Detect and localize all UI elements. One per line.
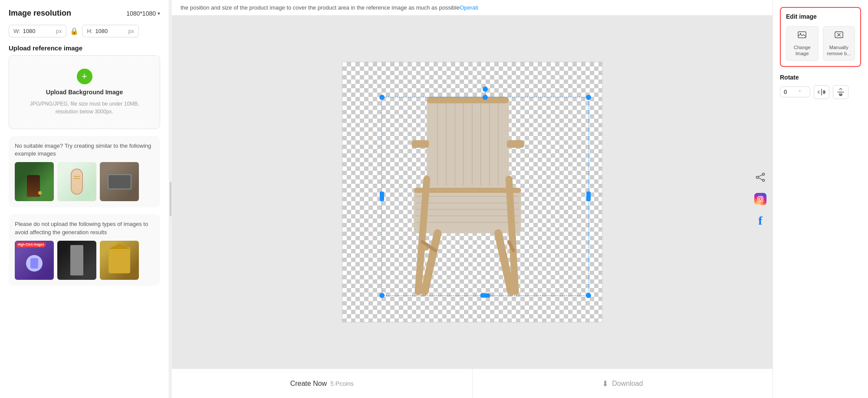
width-label: W: bbox=[13, 28, 20, 34]
share-icon bbox=[756, 172, 765, 182]
remove-bg-label: Manually remove b... bbox=[825, 44, 853, 57]
svg-line-36 bbox=[758, 175, 762, 177]
svg-point-34 bbox=[756, 176, 759, 179]
edit-image-title: Edit image bbox=[786, 13, 855, 20]
warning-image-2[interactable] bbox=[57, 241, 96, 280]
change-image-icon bbox=[797, 30, 807, 42]
width-input[interactable] bbox=[23, 28, 53, 34]
svg-line-19 bbox=[424, 233, 437, 292]
svg-point-40 bbox=[762, 197, 763, 198]
dimension-inputs: W: px 🔒 H: px bbox=[9, 25, 160, 37]
instagram-icon bbox=[754, 193, 766, 205]
flip-h-icon bbox=[818, 88, 825, 96]
rotate-controls: ° bbox=[780, 85, 861, 99]
pcoins-label: 5 Pcoins bbox=[330, 380, 354, 387]
svg-rect-31 bbox=[839, 89, 842, 91]
svg-rect-38 bbox=[758, 196, 763, 202]
rotate-input-wrap: ° bbox=[780, 86, 810, 97]
upload-title: Upload Background Image bbox=[46, 89, 123, 96]
download-icon: ⬇ bbox=[602, 379, 608, 388]
svg-rect-10 bbox=[411, 140, 429, 148]
rotate-input[interactable] bbox=[784, 89, 797, 95]
lock-icon[interactable]: 🔒 bbox=[70, 27, 79, 35]
height-input[interactable] bbox=[95, 28, 125, 34]
download-label: Download bbox=[612, 380, 643, 388]
share-button[interactable] bbox=[753, 169, 768, 185]
create-now-button[interactable]: Create Now 5 Pcoins bbox=[172, 369, 473, 398]
change-image-label: Change Image bbox=[788, 44, 816, 57]
facebook-button[interactable]: f bbox=[753, 213, 768, 229]
height-unit: px bbox=[128, 28, 134, 34]
warning-image-3[interactable] bbox=[100, 241, 139, 280]
svg-line-37 bbox=[758, 178, 762, 180]
instagram-button[interactable] bbox=[753, 191, 768, 207]
svg-rect-29 bbox=[818, 90, 820, 94]
instruction-bar: the position and size of the product ima… bbox=[172, 0, 773, 16]
example-image-1[interactable] bbox=[15, 162, 54, 201]
height-label: H: bbox=[87, 28, 92, 34]
facebook-icon: f bbox=[758, 215, 762, 227]
svg-point-39 bbox=[759, 198, 762, 200]
upload-plus-icon: + bbox=[77, 69, 92, 84]
edit-image-section: Edit image Change Image bbox=[780, 7, 861, 67]
remove-bg-button[interactable]: Manually remove b... bbox=[823, 26, 855, 61]
left-sidebar: Image resolution 1080*1080 ▾ W: px 🔒 H: … bbox=[0, 0, 169, 398]
svg-point-33 bbox=[763, 173, 765, 176]
example-text: No suitable image? Try creating similar … bbox=[15, 142, 154, 158]
remove-bg-icon bbox=[834, 30, 844, 42]
width-unit: px bbox=[56, 28, 62, 34]
svg-rect-18 bbox=[414, 188, 521, 193]
resolution-selector[interactable]: 1080*1080 ▾ bbox=[126, 10, 160, 17]
svg-rect-0 bbox=[427, 97, 509, 188]
resolution-title: Image resolution bbox=[9, 9, 71, 18]
warning-text: Please do not upload the following types… bbox=[15, 220, 154, 236]
main-canvas-area: the position and size of the product ima… bbox=[172, 0, 773, 398]
rotate-title: Rotate bbox=[780, 74, 861, 81]
svg-rect-32 bbox=[839, 93, 842, 96]
change-image-button[interactable]: Change Image bbox=[786, 26, 819, 61]
right-panel: Edit image Change Image bbox=[773, 0, 868, 398]
upload-section: Upload reference image + Upload Backgrou… bbox=[9, 44, 160, 129]
height-input-wrap: H: px bbox=[82, 25, 139, 37]
example-image-2[interactable] bbox=[57, 162, 96, 201]
bottom-bar: Create Now 5 Pcoins ⬇ Download bbox=[172, 368, 773, 398]
svg-rect-11 bbox=[507, 140, 524, 148]
warning-images: High-Click Images High-Click Images bbox=[15, 241, 154, 280]
instruction-link[interactable]: Operati bbox=[460, 4, 478, 11]
resolution-value: 1080*1080 bbox=[126, 10, 156, 17]
instruction-text: the position and size of the product ima… bbox=[181, 4, 460, 11]
upload-subtitle: JPG/PNG/JPEG, file size must be under 10… bbox=[18, 100, 151, 116]
flip-horizontal-button[interactable] bbox=[814, 85, 829, 99]
width-input-wrap: W: px bbox=[9, 25, 66, 37]
rotate-section: Rotate ° bbox=[780, 74, 861, 99]
svg-rect-30 bbox=[823, 90, 825, 94]
warning-image-1[interactable]: High-Click Images High-Click Images bbox=[15, 241, 54, 280]
chair-image bbox=[342, 62, 602, 322]
svg-rect-9 bbox=[427, 97, 509, 103]
edit-actions: Change Image Manually remove b... bbox=[786, 26, 855, 61]
warning-section: Please do not upload the following types… bbox=[9, 214, 160, 285]
flip-vertical-button[interactable] bbox=[833, 85, 848, 99]
svg-point-35 bbox=[763, 179, 765, 182]
example-section: No suitable image? Try creating similar … bbox=[9, 136, 160, 207]
upload-section-title: Upload reference image bbox=[9, 44, 160, 52]
canvas-background[interactable] bbox=[342, 62, 602, 322]
upload-area[interactable]: + Upload Background Image JPG/PNG/JPEG, … bbox=[9, 55, 160, 129]
download-button[interactable]: ⬇ Download bbox=[473, 369, 773, 398]
scrollbar-thumb[interactable] bbox=[170, 182, 171, 216]
create-now-label: Create Now bbox=[290, 380, 327, 388]
flip-v-icon bbox=[837, 88, 845, 96]
canvas-container[interactable] bbox=[172, 16, 773, 368]
chevron-down-icon: ▾ bbox=[158, 10, 160, 17]
rotate-deg: ° bbox=[799, 89, 801, 95]
example-images bbox=[15, 162, 154, 201]
social-icons-panel: f bbox=[753, 169, 768, 229]
example-image-3[interactable] bbox=[100, 162, 139, 201]
